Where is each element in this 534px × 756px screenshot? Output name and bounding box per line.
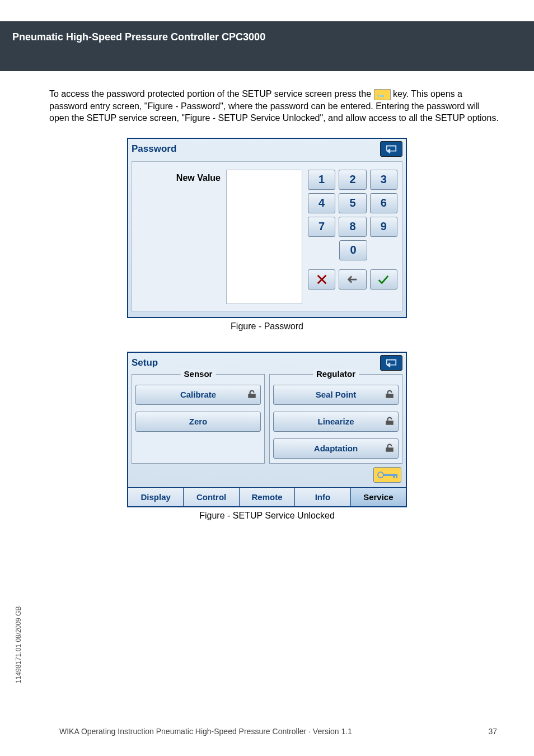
arrow-left-icon: [346, 273, 359, 286]
numeric-keypad: 1 2 3 4 5 6 7 8 9 0: [308, 170, 397, 304]
lock-open-icon: [385, 416, 395, 426]
key-8[interactable]: 8: [339, 217, 366, 237]
check-icon: [377, 273, 390, 286]
cancel-button[interactable]: [308, 269, 335, 290]
lock-open-icon: [247, 389, 257, 399]
back-button[interactable]: [380, 141, 402, 157]
intro-paragraph: To access the password protected portion…: [0, 71, 534, 130]
footer-left: WIKA Operating Instruction Pneumatic Hig…: [59, 727, 352, 736]
adaptation-button[interactable]: Adaptation: [273, 438, 399, 459]
tab-control[interactable]: Control: [184, 488, 239, 506]
adaptation-label: Adaptation: [314, 444, 358, 453]
svg-rect-1: [383, 474, 397, 476]
setup-panel: Setup Sensor Calibrate Zero Regulator Se…: [127, 352, 407, 507]
new-value-input[interactable]: [226, 170, 302, 304]
return-arrow-icon: [385, 144, 397, 154]
seal-point-label: Seal Point: [316, 390, 357, 399]
regulator-group: Regulator Seal Point Linearize Adaptatio…: [269, 374, 402, 464]
sensor-group: Sensor Calibrate Zero: [132, 374, 265, 464]
figure2-caption: Figure - SETUP Service Unlocked: [0, 511, 534, 521]
new-value-label: New Value: [137, 170, 226, 304]
backspace-button[interactable]: [339, 269, 366, 290]
key-icon: [374, 89, 391, 100]
seal-point-button[interactable]: Seal Point: [273, 385, 399, 405]
regulator-legend: Regulator: [313, 369, 359, 379]
linearize-label: Linearize: [317, 417, 354, 426]
lock-open-icon: [385, 443, 395, 453]
key-1[interactable]: 1: [308, 170, 335, 190]
zero-label: Zero: [189, 417, 208, 426]
page-number: 37: [488, 727, 497, 736]
key-7[interactable]: 7: [308, 217, 335, 237]
key-6[interactable]: 6: [370, 193, 397, 213]
page-header: Pneumatic High-Speed Pressure Controller…: [0, 21, 534, 71]
password-title: Password: [132, 143, 176, 155]
tab-display[interactable]: Display: [128, 488, 184, 506]
confirm-button[interactable]: [370, 269, 397, 290]
back-button[interactable]: [380, 355, 402, 371]
sensor-legend: Sensor: [181, 369, 216, 379]
calibrate-button[interactable]: Calibrate: [135, 385, 261, 405]
setup-title: Setup: [132, 357, 158, 368]
linearize-button[interactable]: Linearize: [273, 412, 399, 432]
x-icon: [316, 273, 328, 286]
svg-point-0: [378, 472, 383, 478]
tab-bar: Display Control Remote Info Service: [128, 487, 406, 506]
key-icon: [374, 468, 401, 482]
zero-button[interactable]: Zero: [135, 412, 261, 432]
tab-service[interactable]: Service: [351, 488, 406, 506]
password-panel: Password New Value 1 2 3 4 5 6: [127, 138, 407, 318]
lock-open-icon: [385, 389, 395, 399]
svg-rect-3: [396, 474, 397, 478]
svg-rect-2: [393, 474, 395, 478]
unlock-key-button[interactable]: [373, 467, 401, 483]
key-4[interactable]: 4: [308, 193, 335, 213]
tab-info[interactable]: Info: [295, 488, 350, 506]
figure1-caption: Figure - Password: [0, 321, 534, 332]
key-0[interactable]: 0: [339, 240, 367, 260]
return-arrow-icon: [385, 358, 397, 368]
intro-text-before: To access the password protected portion…: [49, 89, 374, 99]
doc-code: 11498171.01 08/2009 GB: [15, 606, 22, 683]
key-9[interactable]: 9: [370, 217, 397, 237]
tab-remote[interactable]: Remote: [240, 488, 295, 506]
key-3[interactable]: 3: [370, 170, 397, 190]
calibrate-label: Calibrate: [180, 390, 216, 399]
key-5[interactable]: 5: [339, 193, 366, 213]
key-2[interactable]: 2: [339, 170, 366, 190]
